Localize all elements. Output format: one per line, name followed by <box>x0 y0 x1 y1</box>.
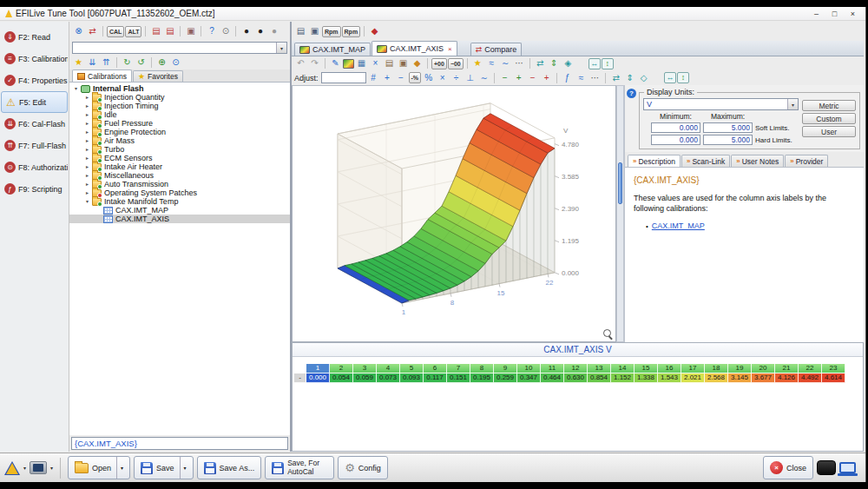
column-header-22[interactable]: 22 <box>799 364 822 373</box>
increase-fine-icon[interactable]: + <box>512 71 525 84</box>
tree-item-intake-manifold-temp[interactable]: ▾Intake Manifold Temp <box>69 197 290 206</box>
metric-button[interactable]: Metric <box>802 100 856 111</box>
redo-icon[interactable]: ↷ <box>308 57 321 70</box>
favorite-icon[interactable]: ★ <box>471 57 484 70</box>
table-cell-20[interactable]: 3.677 <box>752 373 775 383</box>
hard-min-field[interactable] <box>651 135 700 145</box>
save-menu-caret-icon[interactable]: ▾ <box>180 457 187 479</box>
function-icon[interactable]: ƒ <box>561 71 574 84</box>
smooth-cells-icon[interactable]: ∼ <box>477 71 490 84</box>
gauge-red-icon-1[interactable]: ▤ <box>149 25 162 38</box>
tab-close-icon[interactable]: × <box>448 45 452 53</box>
tab-cax-imt-map[interactable]: CAX.IMT_MAP <box>294 43 371 56</box>
flip-vertical-icon[interactable]: ⇕ <box>548 57 561 70</box>
redo-tree-icon[interactable]: ↺ <box>135 56 148 69</box>
increase-coarse-icon[interactable]: + <box>540 71 553 84</box>
expander-icon[interactable]: ▸ <box>83 162 91 171</box>
calibration-search-combobox[interactable]: ▾ <box>72 42 287 54</box>
expand-height-icon[interactable]: ↕ <box>677 72 689 83</box>
more-adjust-icon[interactable]: ⋯ <box>589 71 602 84</box>
tab-cax-imt-axis[interactable]: CAX.IMT_AXIS× <box>372 41 457 56</box>
expander-icon[interactable]: ▸ <box>83 110 91 119</box>
save-as-button[interactable]: Save As... <box>197 456 262 479</box>
divide-icon[interactable]: ÷ <box>450 71 463 84</box>
table-cell-2[interactable]: 0.054 <box>330 373 353 383</box>
tree-item-operating-system-patches[interactable]: ▸Operating System Patches <box>69 188 290 197</box>
column-header-23[interactable]: 23 <box>822 364 845 373</box>
help-icon[interactable]: ? <box>627 89 636 98</box>
save-button[interactable]: Save ▾ <box>134 456 194 479</box>
set-value-icon[interactable]: # <box>367 71 380 84</box>
adjust-input[interactable] <box>321 72 366 83</box>
scan-tool-icon[interactable] <box>30 461 47 474</box>
expander-icon[interactable]: ▾ <box>83 197 91 206</box>
units-combobox[interactable]: V ▾ <box>643 98 799 110</box>
shift-left-right-icon[interactable]: ⇄ <box>609 71 622 84</box>
table-cell-23[interactable]: 4.614 <box>822 373 845 383</box>
wave-icon[interactable]: ≈ <box>575 71 588 84</box>
swap-axes-icon[interactable]: ⇄ <box>534 57 547 70</box>
table-cell-7[interactable]: 0.151 <box>447 373 470 383</box>
tree-item-fuel-pressure[interactable]: ▸Fuel Pressure <box>69 119 290 128</box>
column-header-8[interactable]: 8 <box>470 364 494 373</box>
expand-all-icon[interactable]: ⇈ <box>100 56 113 69</box>
device-icon[interactable] <box>839 462 856 473</box>
info-tab-provider[interactable]: »Provider <box>785 155 828 167</box>
table-cell-16[interactable]: 1.543 <box>658 373 681 383</box>
scrollbar-thumb[interactable] <box>618 162 622 204</box>
sidebar-item-f6-cal-flash[interactable]: ⇊F6: Cal-Flash <box>1 113 68 135</box>
tree-item-idle[interactable]: ▸Idle <box>69 110 290 119</box>
tree-item-auto-transmission[interactable]: ▸Auto Transmission <box>69 180 290 188</box>
column-header-12[interactable]: 12 <box>564 364 588 373</box>
help-icon[interactable]: ? <box>205 25 218 38</box>
efilive-logo-icon[interactable] <box>4 461 20 475</box>
tree-tab-calibrations[interactable]: Calibrations <box>72 69 132 82</box>
tab-compare[interactable]: ⇄Compare <box>470 43 523 56</box>
collapse-all-icon[interactable]: ⇊ <box>86 56 99 69</box>
tree-item-air-mass[interactable]: ▸Air Mass <box>69 136 290 145</box>
column-header-1[interactable]: 1 <box>306 364 330 373</box>
view-table-icon[interactable]: ▦ <box>355 57 368 70</box>
table-cell-6[interactable]: 0.117 <box>424 373 447 383</box>
alt-mode-button[interactable]: ALT <box>125 26 141 37</box>
table-cell-14[interactable]: 1.152 <box>611 373 635 383</box>
cal-mode-button[interactable]: CAL <box>107 26 124 37</box>
close-button[interactable]: × Close <box>763 456 813 479</box>
surface-chart[interactable]: 0.0001.1952.3903.5854.780V181522 <box>293 86 617 341</box>
gauge-red-icon-2[interactable]: ▤ <box>163 25 176 38</box>
view-3d-icon[interactable] <box>343 59 354 69</box>
scan-menu-caret-icon[interactable]: ▾ <box>50 465 53 471</box>
axis-labels-button-2[interactable]: Rpm <box>342 26 361 37</box>
column-header-7[interactable]: 7 <box>447 364 470 373</box>
column-header-11[interactable]: 11 <box>541 364 564 373</box>
table-cell-3[interactable]: 0.059 <box>353 373 377 383</box>
colors-icon[interactable]: ◆ <box>411 57 424 70</box>
duplicate-view-icon[interactable]: ▣ <box>308 25 321 38</box>
add-value-icon[interactable]: + <box>381 71 394 84</box>
undo-icon[interactable]: ↶ <box>294 57 307 70</box>
info-tab-description[interactable]: »Description <box>628 155 681 167</box>
remove-decimal-button[interactable]: −00 <box>448 58 464 69</box>
sidebar-item-f3-calibration[interactable]: ≡F3: Calibration <box>1 48 68 69</box>
expander-icon[interactable]: ▸ <box>83 128 91 136</box>
custom-button[interactable]: Custom <box>802 113 856 124</box>
decrease-coarse-icon[interactable]: − <box>526 71 539 84</box>
info-tab-user-notes[interactable]: »User Notes <box>731 155 784 167</box>
favorites-add-icon[interactable]: ★ <box>72 56 85 69</box>
stop-icon[interactable]: ● <box>253 25 266 38</box>
table-cell-10[interactable]: 0.347 <box>517 373 541 383</box>
column-header-21[interactable]: 21 <box>775 364 799 373</box>
table-cell-8[interactable]: 0.195 <box>470 373 494 383</box>
smooth-icon[interactable]: ≈ <box>485 57 498 70</box>
expander-icon[interactable]: ▸ <box>83 180 91 188</box>
expander-icon[interactable]: ▾ <box>72 84 80 93</box>
tree-item-miscellaneous[interactable]: ▸Miscellaneous <box>69 171 290 180</box>
open-button[interactable]: Open ▾ <box>68 456 130 479</box>
record-icon[interactable]: ● <box>240 25 253 38</box>
table-cell-5[interactable]: 0.093 <box>400 373 424 383</box>
column-header-17[interactable]: 17 <box>681 364 705 373</box>
decrease-fine-icon[interactable]: − <box>498 71 511 84</box>
column-header-4[interactable]: 4 <box>377 364 400 373</box>
undo-tree-icon[interactable]: ↻ <box>121 56 134 69</box>
clamp-icon[interactable]: ⊥ <box>464 71 477 84</box>
